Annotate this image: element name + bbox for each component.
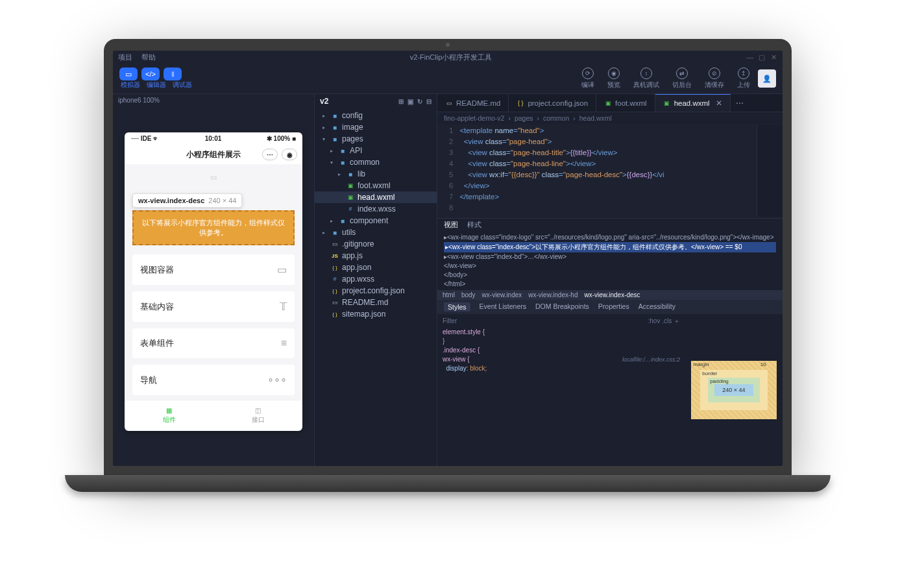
tree-node-component[interactable]: ▸■component [315,215,437,226]
phone-navbar: 小程序组件展示 ⋯ ◉ [125,145,302,164]
tree-node-foot.wxml[interactable]: ▣foot.wxml [315,180,437,191]
phone-nav-title: 小程序组件展示 [186,149,241,160]
toolbar-action-真机调试[interactable]: ↕真机调试 [633,67,659,90]
explorer-root: v2 [320,97,328,106]
dom-tree[interactable]: ▸<wx-image class="index-logo" src="../re… [437,232,783,290]
pill-debugger[interactable]: ⫴ [164,67,182,80]
devtools-top-tabs[interactable]: 视图 样式 [437,219,783,232]
highlighted-element[interactable]: 以下将展示小程序官方组件能力，组件样式仅供参考。 [132,210,295,245]
toolbar-action-编译[interactable]: ⟳编译 [581,67,594,90]
styles-filter[interactable]: Filter [443,317,457,326]
phone-body[interactable]: ▭ wx-view.index-desc240 × 44 以下将展示小程序官方组… [125,164,302,400]
device-info: iphone6 100% [113,94,314,106]
styles-pane[interactable]: Filter :hov .cls ＋ element.style {}.inde… [437,314,685,466]
code-editor[interactable]: 12345678 <template name="head"> <view cl… [437,124,783,218]
main-split: iphone6 100% ⋅⋅⋅⋅ IDE ᯤ 10:01 ✱ 100% ■ 小… [113,93,783,466]
laptop-frame: 项目 帮助 v2-FinClip小程序开发工具 —▢✕ ▭ </> ⫴ 模拟器 … [104,39,792,492]
tree-node-utils[interactable]: ▸■utils [315,226,437,238]
tree-node-app.json[interactable]: { }app.json [315,262,437,273]
avatar[interactable]: 👤 [758,69,776,88]
menu-project[interactable]: 项目 [118,53,132,62]
capsule-close-icon[interactable]: ◉ [282,149,297,160]
close-icon[interactable]: ✕ [716,99,722,108]
tab-README.md[interactable]: ▭README.md [437,94,509,112]
devtools: 视图 样式 ▸<wx-image class="index-logo" src=… [437,218,783,466]
styles-hov-cls[interactable]: :hov .cls ＋ [648,317,680,326]
toolbar-action-上传[interactable]: ↥上传 [737,67,750,90]
pill-labels: 模拟器 编辑器 调试器 [121,80,192,90]
tree-node-README.md[interactable]: ▭README.md [315,297,437,308]
breadcrumb[interactable]: fino-applet-demo-v2›pages›common›head.wx… [437,112,783,124]
subtab-Event Listeners[interactable]: Event Listeners [480,302,526,312]
tree-node-head.wxml[interactable]: ▣head.wxml [315,191,437,203]
tree-node-.gitignore[interactable]: ▭.gitignore [315,238,437,250]
tree-node-app.wxss[interactable]: #app.wxss [315,273,437,285]
tree-node-image[interactable]: ▸■image [315,121,437,133]
toolbar-action-切后台[interactable]: ⇄切后台 [672,67,692,90]
pill-simulator[interactable]: ▭ [119,67,138,80]
window-title: v2-FinClip小程序开发工具 [165,53,737,62]
devtools-subtabs[interactable]: StylesEvent ListenersDOM BreakpointsProp… [437,300,783,314]
editor-tabs: ▭README.md{ }project.config.json▣foot.wx… [437,94,783,112]
box-model: margin 10 border padding 240 × 44 [685,314,783,466]
dom-path[interactable]: htmlbodywx-view.indexwx-view.index-hdwx-… [437,290,783,300]
tree-node-lib[interactable]: ▸■lib [315,168,437,180]
tab-head.wxml[interactable]: ▣head.wxml✕ [655,94,731,112]
subtab-Properties[interactable]: Properties [598,302,629,312]
subtab-DOM Breakpoints[interactable]: DOM Breakpoints [535,302,589,312]
tree-node-project.config.json[interactable]: { }project.config.json [315,285,437,297]
window-controls[interactable]: —▢✕ [746,53,777,62]
simulator-panel: iphone6 100% ⋅⋅⋅⋅ IDE ᯤ 10:01 ✱ 100% ■ 小… [113,94,314,466]
phone-statusbar: ⋅⋅⋅⋅ IDE ᯤ 10:01 ✱ 100% ■ [125,132,302,145]
tree-node-config[interactable]: ▸■config [315,110,437,121]
phone-tab-组件[interactable]: ▦组件 [125,400,213,431]
phone-tab-接口[interactable]: ◫接口 [213,400,302,431]
new-file-icon: ⊞ [398,98,404,105]
card-导航[interactable]: 导航∘∘∘ [132,365,295,395]
tree-node-API[interactable]: ▸■API [315,145,437,156]
tree-node-app.js[interactable]: JSapp.js [315,250,437,262]
subtab-Accessibility[interactable]: Accessibility [638,302,675,312]
toolbar-action-预览[interactable]: ◉预览 [607,67,620,90]
card-基础内容[interactable]: 基础内容𝕋 [132,291,295,322]
tree-node-common[interactable]: ▾■common [315,156,437,168]
menubar: 项目 帮助 v2-FinClip小程序开发工具 —▢✕ [113,51,783,64]
tree-node-pages[interactable]: ▾■pages [315,133,437,145]
refresh-icon: ↻ [417,98,422,105]
app-window: 项目 帮助 v2-FinClip小程序开发工具 —▢✕ ▭ </> ⫴ 模拟器 … [113,51,783,466]
menu-help[interactable]: 帮助 [141,53,156,62]
laptop-base [65,475,831,492]
camera-dot [446,43,450,47]
tree-node-sitemap.json[interactable]: { }sitemap.json [315,308,437,320]
phone-tabbar: ▦组件◫接口 [125,400,302,431]
card-表单组件[interactable]: 表单组件≡ [132,328,295,358]
editor-area: ▭README.md{ }project.config.json▣foot.wx… [437,94,783,466]
pill-editor[interactable]: </> [141,67,160,80]
card-视图容器[interactable]: 视图容器▭ [132,254,295,285]
tree-node-index.wxss[interactable]: #index.wxss [315,203,437,215]
tab-project.config.json[interactable]: { }project.config.json [509,94,596,112]
inspector-tooltip: wx-view.index-desc240 × 44 [132,193,242,208]
collapse-icon: ⊟ [426,98,432,105]
tabs-more-icon[interactable]: ⋯ [731,99,749,108]
toolbar: ▭ </> ⫴ 模拟器 编辑器 调试器 ⟳编译◉预览↕真机调试⇄切后台⊘清缓存↥… [113,64,783,93]
toolbar-action-清缓存[interactable]: ⊘清缓存 [705,67,724,90]
phone-frame: ⋅⋅⋅⋅ IDE ᯤ 10:01 ✱ 100% ■ 小程序组件展示 ⋯ ◉ [125,132,302,431]
tab-foot.wxml[interactable]: ▣foot.wxml [596,94,655,112]
subtab-Styles[interactable]: Styles [444,302,470,312]
file-explorer: v2 ⊞▣↻⊟ ▸■config▸■image▾■pages▸■API▾■com… [314,94,437,466]
new-folder-icon: ▣ [407,98,413,105]
minimap[interactable] [757,125,783,217]
capsule-more-icon[interactable]: ⋯ [262,149,278,160]
explorer-actions[interactable]: ⊞▣↻⊟ [398,98,432,105]
